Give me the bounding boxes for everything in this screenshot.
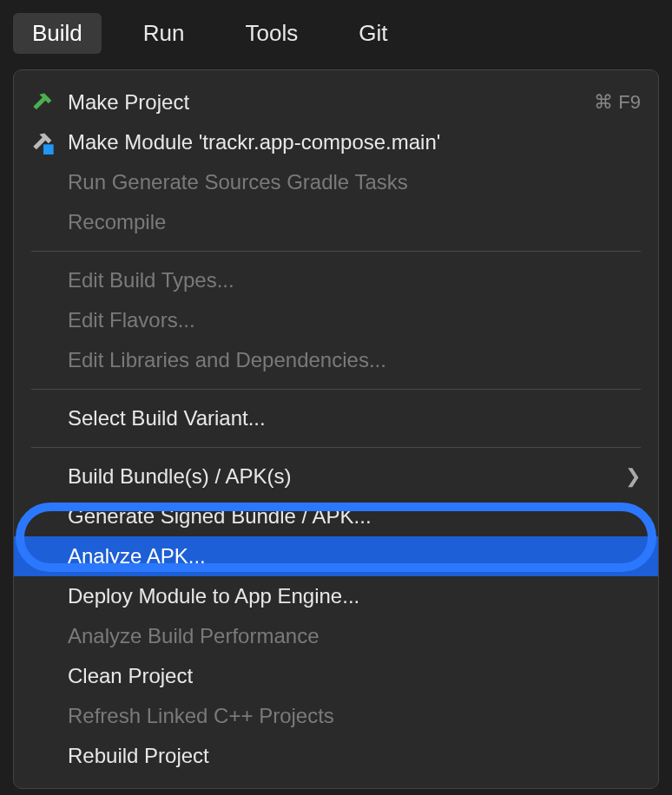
menu-make-module[interactable]: Make Module 'trackr.app-compose.main' [14, 122, 658, 162]
menu-analyze-apk[interactable]: Analyze APK... [14, 536, 658, 576]
menu-label: Recompile [68, 210, 641, 234]
menubar: Build Run Tools Git [0, 0, 672, 62]
hammer-icon [31, 90, 68, 115]
menu-label: Edit Build Types... [68, 268, 641, 292]
menu-build-bundles[interactable]: Build Bundle(s) / APK(s) ❯ [14, 457, 658, 496]
menu-separator [31, 389, 641, 390]
menu-label: Generate Signed Bundle / APK... [68, 504, 641, 529]
menu-rebuild-project[interactable]: Rebuild Project [14, 736, 658, 776]
menu-edit-flavors: Edit Flavors... [14, 300, 658, 340]
menu-label: Edit Flavors... [68, 308, 641, 332]
menu-run-generate-sources: Run Generate Sources Gradle Tasks [14, 162, 658, 202]
menu-label: Make Project [68, 90, 594, 115]
menu-label: Build Bundle(s) / APK(s) [68, 464, 625, 489]
menu-label: Select Build Variant... [68, 406, 641, 430]
menubar-git[interactable]: Git [339, 13, 406, 54]
menu-separator [31, 251, 641, 252]
menubar-run[interactable]: Run [124, 13, 204, 54]
menu-clean-project[interactable]: Clean Project [14, 656, 658, 696]
menu-label: Analyze Build Performance [68, 624, 641, 648]
build-dropdown-menu: Make Project ⌘ F9 Make Module 'trackr.ap… [13, 69, 659, 789]
menu-label: Refresh Linked C++ Projects [68, 704, 641, 728]
menu-make-project[interactable]: Make Project ⌘ F9 [14, 82, 658, 122]
menu-deploy-module[interactable]: Deploy Module to App Engine... [14, 576, 658, 616]
menu-label: Analyze APK... [68, 544, 641, 568]
menu-refresh-cpp: Refresh Linked C++ Projects [14, 696, 658, 736]
menu-edit-libraries: Edit Libraries and Dependencies... [14, 340, 658, 380]
hammer-module-icon [31, 130, 68, 154]
menu-label: Make Module 'trackr.app-compose.main' [68, 130, 641, 154]
menu-label: Clean Project [68, 664, 641, 688]
menu-analyze-build-performance: Analyze Build Performance [14, 616, 658, 656]
svg-rect-0 [43, 144, 54, 154]
chevron-right-icon: ❯ [625, 465, 641, 488]
menubar-build[interactable]: Build [13, 13, 102, 54]
menu-separator [31, 447, 641, 448]
menu-generate-signed[interactable]: Generate Signed Bundle / APK... [14, 496, 658, 536]
menu-select-build-variant[interactable]: Select Build Variant... [14, 398, 658, 438]
menubar-tools[interactable]: Tools [227, 13, 318, 54]
menu-label: Run Generate Sources Gradle Tasks [68, 170, 641, 194]
menu-label: Deploy Module to App Engine... [68, 584, 641, 608]
menu-edit-build-types: Edit Build Types... [14, 260, 658, 300]
menu-shortcut: ⌘ F9 [594, 91, 641, 114]
menu-recompile: Recompile [14, 202, 658, 242]
menu-label: Rebuild Project [68, 744, 641, 768]
menu-label: Edit Libraries and Dependencies... [68, 348, 641, 372]
